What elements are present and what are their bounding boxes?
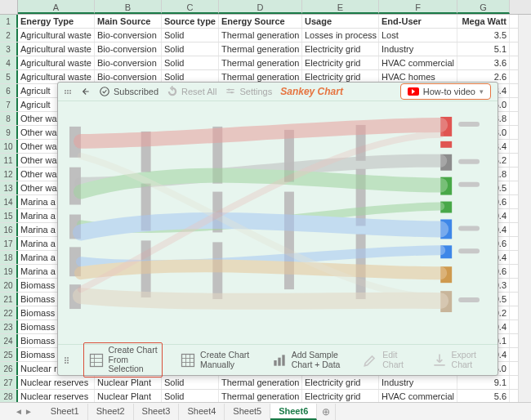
row-header[interactable]: 19 — [0, 265, 18, 278]
sheet-tab[interactable]: Sheet6 — [270, 404, 317, 420]
header-cell[interactable]: Energy Source — [219, 15, 302, 28]
cell[interactable]: Losses in process — [302, 29, 379, 42]
row-header[interactable]: 8 — [0, 112, 18, 125]
header-cell[interactable]: Mega Watt — [457, 15, 510, 28]
cell[interactable]: 3.5 — [457, 29, 510, 42]
header-cell[interactable]: Usage — [302, 15, 379, 28]
row-header[interactable]: 7 — [0, 98, 18, 111]
cell[interactable]: HVAC commercial — [379, 390, 457, 403]
sheet-tab[interactable]: Sheet3 — [134, 404, 180, 420]
cell[interactable]: Nuclear Plant — [95, 376, 162, 389]
col-header-B[interactable]: B — [95, 0, 162, 14]
cell[interactable]: Electricity grid — [302, 42, 379, 56]
row-header[interactable]: 17 — [0, 237, 18, 250]
back-button[interactable] — [79, 86, 91, 97]
cell[interactable]: Nuclear reserves — [18, 390, 95, 403]
row-header[interactable]: 25 — [0, 348, 18, 361]
vertical-scrollbar[interactable] — [518, 15, 531, 402]
cell[interactable]: Thermal generation — [219, 390, 302, 403]
row-header[interactable]: 24 — [0, 334, 18, 347]
col-header-A[interactable]: A — [18, 0, 95, 14]
export-chart-button[interactable]: Export Chart — [427, 348, 491, 372]
header-cell[interactable]: Main Source — [95, 15, 162, 28]
row-header[interactable]: 1 — [0, 15, 18, 28]
col-header-C[interactable]: C — [162, 0, 219, 14]
col-header-F[interactable]: F — [379, 0, 457, 14]
row-header[interactable]: 15 — [0, 209, 18, 222]
sheet-tab[interactable]: Sheet2 — [88, 404, 134, 420]
col-header-D[interactable]: D — [219, 0, 302, 14]
reset-all-button[interactable]: Reset All — [167, 86, 216, 97]
cell[interactable]: Solid — [162, 376, 219, 389]
tab-next-icon[interactable]: ► — [25, 407, 33, 416]
row-header[interactable]: 14 — [0, 195, 18, 208]
cell[interactable]: Thermal generation — [219, 376, 302, 389]
cell[interactable]: Solid — [162, 390, 219, 403]
cell[interactable]: Agricultural waste — [18, 29, 95, 42]
cell[interactable]: Agricultural waste — [18, 56, 95, 69]
row-header[interactable]: 2 — [0, 29, 18, 42]
row-header[interactable]: 16 — [0, 223, 18, 236]
cell[interactable]: 9.1 — [457, 376, 510, 389]
row-header[interactable]: 18 — [0, 251, 18, 264]
cell[interactable]: Nuclear Plant — [95, 390, 162, 403]
row-header[interactable]: 9 — [0, 126, 18, 139]
cell[interactable]: Solid — [162, 42, 219, 56]
header-cell[interactable]: Source type — [162, 15, 219, 28]
cell[interactable]: Bio-conversion — [95, 42, 162, 56]
cell[interactable]: Thermal generation — [219, 56, 302, 69]
tab-nav-arrows[interactable]: ◄► — [15, 407, 33, 416]
header-cell[interactable]: End-User — [379, 15, 457, 28]
row-header[interactable]: 22 — [0, 306, 18, 319]
row-header[interactable]: 28 — [0, 390, 18, 403]
cell[interactable]: HVAC commercial — [379, 56, 457, 69]
row-header[interactable]: 10 — [0, 140, 18, 153]
col-header-G[interactable]: G — [457, 0, 510, 14]
cell[interactable]: Solid — [162, 29, 219, 42]
header-cell[interactable]: Energy Type — [18, 15, 95, 28]
cell[interactable]: 5.1 — [457, 42, 510, 56]
tab-prev-icon[interactable]: ◄ — [15, 407, 23, 416]
cell[interactable]: Thermal generation — [219, 29, 302, 42]
add-sample-chart-button[interactable]: Add Sample Chart + Data — [267, 348, 346, 372]
select-all-corner[interactable] — [0, 0, 18, 14]
cell[interactable]: Solid — [162, 56, 219, 69]
row-header[interactable]: 6 — [0, 84, 18, 97]
cell[interactable]: Lost — [379, 29, 457, 42]
row-header[interactable]: 26 — [0, 362, 18, 375]
cell[interactable]: Industry — [379, 376, 457, 389]
cell[interactable]: Nuclear reserves — [18, 376, 95, 389]
add-sheet-button[interactable]: ⊕ — [317, 404, 336, 420]
cell[interactable]: 5.6 — [457, 390, 510, 403]
edit-chart-button[interactable]: Edit Chart — [358, 348, 413, 372]
row-header[interactable]: 12 — [0, 168, 18, 181]
cell[interactable]: Electricity grid — [302, 376, 379, 389]
sheet-tab[interactable]: Sheet4 — [179, 404, 225, 420]
row-header[interactable]: 23 — [0, 320, 18, 333]
row-header[interactable]: 20 — [0, 279, 18, 292]
row-header[interactable]: 11 — [0, 154, 18, 167]
row-header[interactable]: 27 — [0, 376, 18, 389]
create-chart-from-selection-button[interactable]: Create Chart From Selection — [83, 342, 163, 378]
create-chart-manually-button[interactable]: Create Chart Manually — [176, 348, 254, 372]
sheet-tab[interactable]: Sheet1 — [42, 404, 88, 420]
drag-handle-icon[interactable] — [65, 90, 71, 94]
subscribed-button[interactable]: Subscribed — [99, 86, 158, 97]
cell[interactable]: Bio-conversion — [95, 56, 162, 69]
row-header[interactable]: 13 — [0, 181, 18, 194]
cell[interactable]: Thermal generation — [219, 42, 302, 56]
howto-video-button[interactable]: How-to video ▾ — [400, 83, 491, 100]
sheet-tab[interactable]: Sheet5 — [225, 404, 270, 420]
row-header[interactable]: 5 — [0, 70, 18, 83]
cell[interactable]: Electricity grid — [302, 390, 379, 403]
drag-handle-icon[interactable] — [65, 357, 70, 364]
cell[interactable]: 3.6 — [457, 56, 510, 69]
row-header[interactable]: 4 — [0, 56, 18, 69]
cell[interactable]: Industry — [379, 42, 457, 56]
row-header[interactable]: 3 — [0, 42, 18, 56]
row-header[interactable]: 21 — [0, 293, 18, 306]
cell[interactable]: Agricultural waste — [18, 42, 95, 56]
col-header-E[interactable]: E — [302, 0, 379, 14]
cell[interactable]: Bio-conversion — [95, 29, 162, 42]
settings-button[interactable]: Settings — [225, 86, 272, 97]
